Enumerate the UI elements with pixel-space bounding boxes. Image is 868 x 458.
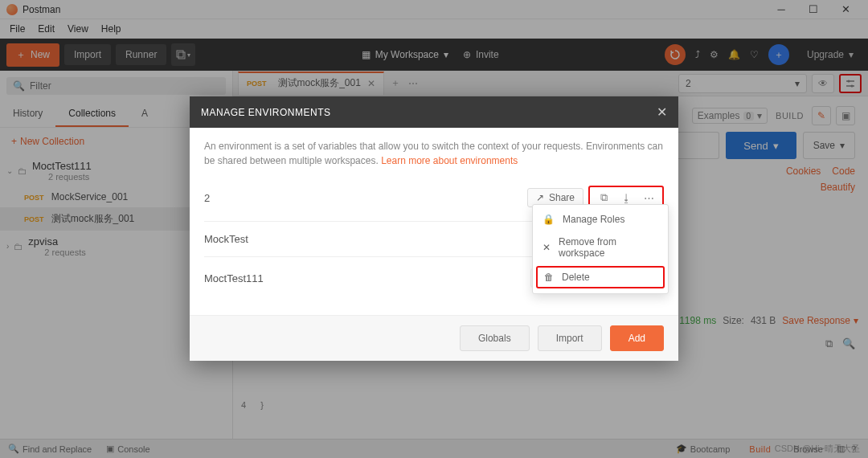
trash-icon: 🗑 xyxy=(544,272,554,283)
modal-title: MANAGE ENVIRONMENTS xyxy=(201,107,331,118)
modal-header: MANAGE ENVIRONMENTS ✕ xyxy=(190,96,678,128)
remove-from-workspace-item[interactable]: ✕ Remove from workspace xyxy=(533,231,668,264)
modal-overlay: MANAGE ENVIRONMENTS ✕ An environment is … xyxy=(0,0,868,458)
modal-import-button[interactable]: Import xyxy=(538,325,602,351)
modal-close-button[interactable]: ✕ xyxy=(657,104,668,120)
environment-name: 2 xyxy=(204,192,527,204)
lock-icon: 🔒 xyxy=(542,214,555,225)
globals-button[interactable]: Globals xyxy=(460,325,530,351)
share-arrow-icon: ↗ xyxy=(536,192,544,203)
row-actions-menu: 🔒 Manage Roles ✕ Remove from workspace 🗑… xyxy=(532,204,669,294)
add-environment-button[interactable]: Add xyxy=(610,325,664,351)
share-label: Share xyxy=(549,192,575,203)
learn-more-link[interactable]: Learn more about environments xyxy=(381,155,518,166)
manage-roles-item[interactable]: 🔒 Manage Roles xyxy=(533,208,668,231)
delete-item[interactable]: 🗑 Delete xyxy=(536,266,665,288)
x-icon: ✕ xyxy=(542,242,551,253)
modal-footer: Globals Import Add xyxy=(190,315,678,361)
modal-description: An environment is a set of variables tha… xyxy=(190,128,678,174)
delete-label: Delete xyxy=(562,272,590,283)
manage-roles-label: Manage Roles xyxy=(563,214,624,225)
download-icon: ⭳ xyxy=(621,192,632,204)
remove-label: Remove from workspace xyxy=(559,236,658,259)
environment-name: MoctTest111 xyxy=(204,272,530,284)
copy-icon: ⧉ xyxy=(600,191,608,204)
more-icon: ⋯ xyxy=(644,192,654,204)
